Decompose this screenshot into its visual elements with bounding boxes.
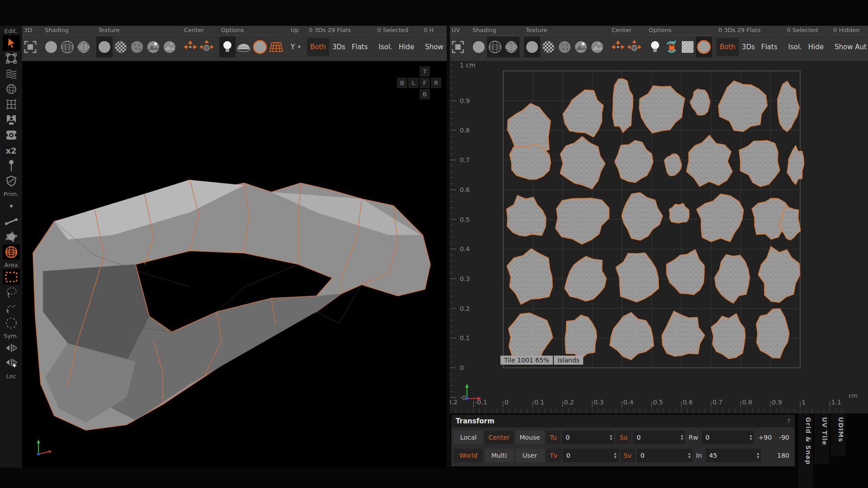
- uv-island[interactable]: [639, 86, 684, 133]
- uv-island[interactable]: [697, 194, 743, 242]
- in-field[interactable]: 45▲▼: [706, 449, 761, 462]
- uv-island[interactable]: [556, 198, 609, 244]
- shading-wireframe-button[interactable]: [59, 37, 75, 57]
- uv-island[interactable]: [778, 81, 799, 131]
- light-toggle-button[interactable]: [219, 37, 236, 57]
- filter-both-button[interactable]: Both: [307, 38, 329, 56]
- texture-checker-button[interactable]: [113, 37, 129, 57]
- uv-island[interactable]: [622, 193, 662, 240]
- filter-flats-button[interactable]: Flats: [349, 38, 371, 56]
- uv-island[interactable]: [610, 313, 654, 360]
- uv-island[interactable]: [687, 135, 732, 186]
- pivot-multi-button[interactable]: Multi: [485, 449, 514, 462]
- uv-screenshot-frame-button[interactable]: [450, 37, 466, 57]
- texture-image-button[interactable]: [145, 37, 161, 57]
- center-island-button[interactable]: [198, 37, 215, 57]
- uv-filter-both-button[interactable]: Both: [717, 38, 739, 56]
- panel-divider[interactable]: [447, 26, 450, 468]
- tile-label[interactable]: Tile 1001 65%: [500, 356, 553, 365]
- uv-island[interactable]: [739, 141, 780, 187]
- uv-center-selection-button[interactable]: [610, 37, 626, 57]
- weld-tool[interactable]: [3, 112, 20, 127]
- uv-island-highlight-button[interactable]: [696, 37, 712, 57]
- pivot-user-button[interactable]: User: [515, 449, 544, 462]
- uv-filter-flats-button[interactable]: Flats: [758, 38, 781, 56]
- show-button[interactable]: Show: [422, 38, 446, 56]
- uv-texture-checker-button[interactable]: [540, 37, 557, 57]
- uv-hide-button[interactable]: Hide: [805, 38, 827, 56]
- tv-spinner[interactable]: ▲▼: [614, 452, 616, 459]
- uv-island[interactable]: [565, 315, 596, 359]
- center-selection-button[interactable]: [182, 37, 198, 57]
- tab-uv-tile[interactable]: UV Tile: [815, 413, 829, 464]
- shading-wire-shaded-button[interactable]: [75, 37, 92, 57]
- sv-label[interactable]: Sv: [620, 449, 635, 462]
- up-axis-dropdown[interactable]: Y▼: [289, 43, 302, 51]
- pivot-mouse-button[interactable]: Mouse: [515, 431, 544, 444]
- su-field[interactable]: 0▲▼: [633, 431, 685, 444]
- uv-light-toggle-button[interactable]: [647, 37, 663, 57]
- uv-shading-wire-shaded-button[interactable]: [503, 37, 519, 57]
- uv-shading-smooth-button[interactable]: [471, 37, 487, 57]
- uv-texture-dots-button[interactable]: [557, 37, 573, 57]
- transform-marquee-tool[interactable]: [3, 51, 20, 66]
- uv-shading-wireframe-button[interactable]: [487, 37, 503, 57]
- uv-island[interactable]: [560, 136, 605, 189]
- view-cube-right[interactable]: R: [431, 78, 441, 88]
- island-highlight-toggle-button[interactable]: [252, 37, 268, 57]
- islands-label[interactable]: islands: [554, 356, 583, 365]
- brush-flag-tool[interactable]: [3, 66, 20, 81]
- uv-island[interactable]: [615, 141, 653, 183]
- in-spinner[interactable]: ▲▼: [757, 452, 759, 459]
- symmetry-add-tool[interactable]: [3, 356, 20, 371]
- viewport-3d[interactable]: T B L F R B: [22, 61, 447, 468]
- uv-island[interactable]: [509, 144, 551, 179]
- sv-field[interactable]: 0▲▼: [637, 449, 693, 462]
- grid-toggle-button[interactable]: [268, 37, 284, 57]
- uv-island[interactable]: [758, 247, 800, 302]
- uv-island[interactable]: [507, 249, 552, 305]
- uv-texture-image-alt-button[interactable]: [589, 37, 605, 57]
- uv-island[interactable]: [507, 196, 546, 236]
- shading-smooth-button[interactable]: [43, 37, 59, 57]
- uv-center-island-button[interactable]: [626, 37, 642, 57]
- filter-3ds-button[interactable]: 3Ds: [329, 38, 349, 56]
- view-cube-top[interactable]: T: [420, 66, 430, 77]
- tu-spinner[interactable]: ▲▼: [610, 434, 612, 441]
- view-cube-front[interactable]: F: [420, 78, 430, 88]
- uv-isolate-button[interactable]: Isol.: [785, 38, 805, 56]
- rotate-minus90-button[interactable]: -90: [776, 434, 792, 441]
- texture-dots-button[interactable]: [129, 37, 145, 57]
- symmetry-tool[interactable]: [3, 340, 20, 356]
- double-resolution-tool[interactable]: x2: [3, 143, 20, 158]
- uv-filter-3ds-button[interactable]: 3Ds: [739, 38, 758, 56]
- circle-area-select[interactable]: [3, 315, 20, 331]
- uv-island[interactable]: [667, 250, 704, 295]
- hide-button[interactable]: Hide: [396, 38, 417, 56]
- polyline-area-select[interactable]: [3, 300, 20, 315]
- island-select-mode[interactable]: [3, 244, 20, 260]
- su-label[interactable]: Su: [616, 431, 631, 444]
- pin-tool[interactable]: [3, 158, 20, 174]
- uv-island[interactable]: [690, 89, 710, 115]
- uv-island[interactable]: [715, 255, 750, 303]
- uv-island[interactable]: [509, 313, 553, 361]
- lock-rotation-button[interactable]: [663, 37, 679, 57]
- pivot-center-button[interactable]: Center: [485, 431, 514, 444]
- rw-spinner[interactable]: ▲▼: [750, 434, 752, 441]
- tv-field[interactable]: 0▲▼: [563, 449, 618, 462]
- texture-image-alt-button[interactable]: [161, 37, 178, 57]
- uv-island[interactable]: [756, 309, 789, 358]
- uv-texture-image-button[interactable]: [573, 37, 589, 57]
- uv-grid-toggle-button[interactable]: [679, 37, 696, 57]
- view-cube-bottom[interactable]: B: [420, 89, 430, 99]
- uv-island[interactable]: [616, 253, 659, 302]
- uv-island[interactable]: [613, 79, 633, 133]
- viewport-uv[interactable]: 1 cm0.90.80.70.60.50.40.30.20.10-0.-0.2-…: [450, 61, 868, 413]
- point-select-mode[interactable]: [3, 198, 20, 214]
- rectangle-area-select[interactable]: [3, 269, 20, 285]
- uv-island[interactable]: [662, 311, 704, 356]
- uv-island[interactable]: [669, 203, 689, 223]
- uv-island[interactable]: [563, 90, 604, 137]
- tab-grid-snap[interactable]: Grid & Snap: [798, 413, 813, 488]
